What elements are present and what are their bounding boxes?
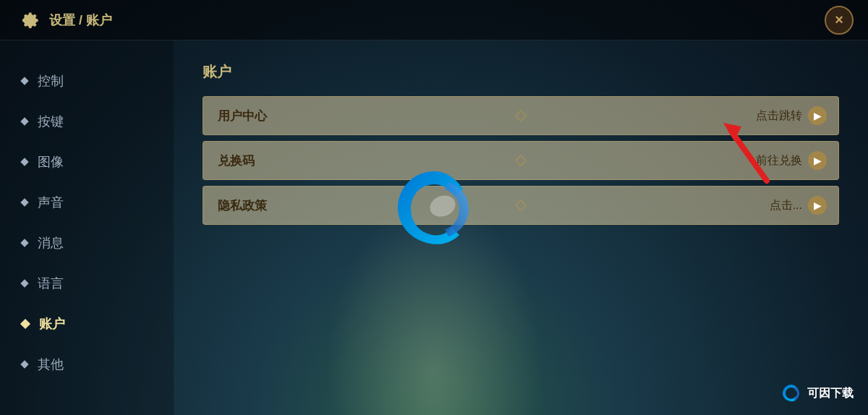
privacy-policy-action: 点击...: [770, 198, 802, 213]
sidebar-item-image[interactable]: 图像: [14, 143, 159, 181]
sidebar-label-keys: 按键: [38, 113, 64, 130]
center-diamond-icon: [515, 110, 527, 122]
svg-line-1: [731, 130, 767, 181]
sidebar-label-other: 其他: [38, 356, 64, 373]
sidebar: 控制 按键 图像 声音 消息 语言 账户 其他: [0, 40, 174, 415]
breadcrumb: 设置 / 账户: [49, 12, 112, 29]
header: 设置 / 账户 ×: [0, 0, 868, 40]
privacy-policy-arrow-icon: ▶: [808, 196, 827, 215]
sidebar-label-control: 控制: [38, 72, 64, 90]
diamond-icon: [20, 279, 28, 287]
sidebar-label-image: 图像: [38, 153, 64, 171]
browser-logo: [391, 164, 477, 251]
privacy-policy-label: 隐私政策: [218, 197, 305, 214]
sidebar-item-control[interactable]: 控制: [14, 62, 159, 100]
sidebar-label-account: 账户: [39, 315, 65, 333]
watermark: 可因下载: [781, 383, 854, 403]
annotation-arrow: [723, 116, 781, 188]
privacy-policy-row[interactable]: 隐私政策 点击... ▶: [203, 186, 839, 225]
content-area: 账户 用户中心 点击跳转 ▶ 兑换码 前往兑换 ▶ 隐私政策 点击... ▶: [174, 40, 868, 415]
redeem-code-label: 兑换码: [218, 153, 305, 169]
sidebar-item-keys[interactable]: 按键: [14, 103, 159, 140]
svg-point-0: [427, 192, 458, 221]
diamond-icon: [20, 360, 28, 368]
user-center-arrow-icon: ▶: [808, 106, 827, 125]
sidebar-item-sound[interactable]: 声音: [14, 184, 159, 221]
center-diamond-icon: [515, 155, 527, 167]
sidebar-label-sound: 声音: [38, 194, 64, 211]
close-button[interactable]: ×: [825, 6, 854, 35]
sidebar-label-message: 消息: [38, 234, 64, 252]
diamond-icon: [20, 158, 28, 166]
center-diamond-icon: [515, 200, 527, 212]
diamond-icon-active: [20, 319, 30, 329]
sidebar-item-language[interactable]: 语言: [14, 265, 159, 302]
diamond-icon: [20, 77, 28, 85]
redeem-code-arrow-icon: ▶: [808, 151, 827, 170]
sidebar-item-other[interactable]: 其他: [14, 346, 159, 383]
user-center-label: 用户中心: [218, 108, 305, 124]
sidebar-item-message[interactable]: 消息: [14, 224, 159, 262]
diamond-icon: [20, 198, 28, 206]
watermark-text: 可因下载: [807, 386, 854, 401]
sidebar-label-language: 语言: [38, 275, 64, 292]
sidebar-item-account[interactable]: 账户: [14, 305, 159, 343]
diamond-icon: [20, 117, 28, 125]
diamond-icon: [20, 239, 28, 247]
section-title: 账户: [203, 62, 839, 82]
gear-icon: [14, 7, 41, 33]
watermark-logo-icon: [781, 383, 801, 403]
